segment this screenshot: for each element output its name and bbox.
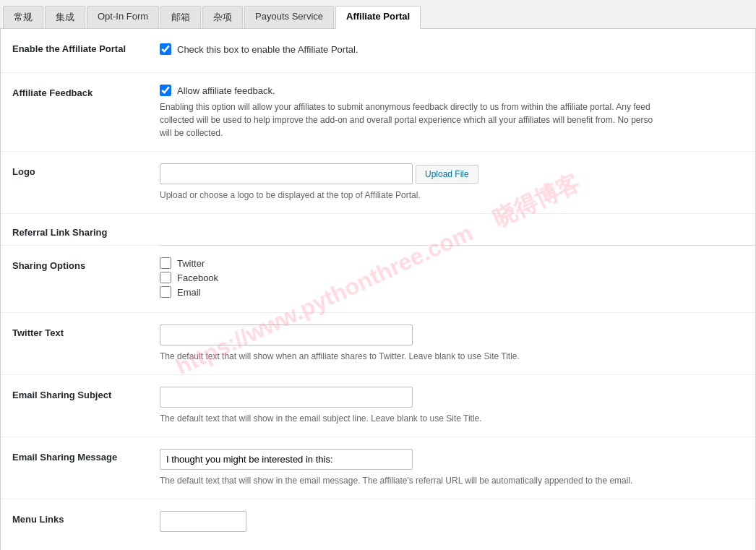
email-subject-field: The default text that will show in the e… [160, 375, 755, 437]
facebook-checkbox-row: Facebook [160, 272, 741, 283]
affiliate-feedback-field: Allow affiliate feedback. Enabling this … [160, 73, 755, 152]
email-message-description: The default text that will show in the e… [160, 474, 741, 487]
referral-link-sharing-row: Referral Link Sharing [1, 214, 755, 246]
upload-file-button[interactable]: Upload File [416, 165, 478, 184]
tab-misc[interactable]: 杂项 [202, 6, 243, 28]
email-message-row: Email Sharing Message I thought you migh… [1, 437, 755, 499]
referral-link-label: Referral Link Sharing [1, 214, 160, 246]
feedback-checkbox-row: Allow affiliate feedback. [160, 85, 741, 96]
logo-input-row: Upload File [160, 163, 741, 184]
tab-general[interactable]: 常规 [3, 6, 43, 28]
email-subject-row: Email Sharing Subject The default text t… [1, 375, 755, 437]
menu-links-row: Menu Links [1, 499, 755, 551]
affiliate-feedback-label: Affiliate Feedback [1, 73, 160, 152]
email-checkbox[interactable] [160, 286, 171, 298]
enable-affiliate-portal-row: Enable the Affiliate Portal Check this b… [1, 29, 755, 73]
email-message-input[interactable]: I thought you might be interested in thi… [160, 449, 413, 470]
page-wrapper: 常规 集成 Opt-In Form 邮箱 杂项 Payouts Service … [0, 0, 756, 550]
logo-label: Logo [1, 152, 160, 214]
enable-affiliate-portal-label: Enable the Affiliate Portal [1, 29, 160, 73]
sharing-options-field: Twitter Facebook Email [160, 246, 755, 313]
menu-links-input[interactable] [160, 511, 246, 532]
affiliate-feedback-checkbox[interactable] [160, 85, 171, 96]
logo-description: Upload or choose a logo to be displayed … [160, 189, 741, 202]
enable-checkbox-label: Check this box to enable the Affiliate P… [177, 44, 358, 55]
menu-links-field [160, 499, 755, 551]
twitter-text-field: The default text that will show when an … [160, 313, 755, 375]
twitter-text-label: Twitter Text [1, 313, 160, 375]
logo-field: Upload File Upload or choose a logo to b… [160, 152, 755, 214]
logo-row: Logo Upload File Upload or choose a logo… [1, 152, 755, 214]
email-label: Email [177, 287, 201, 298]
email-message-label: Email Sharing Message [1, 437, 160, 499]
tab-affiliate-portal[interactable]: Affiliate Portal [335, 6, 421, 29]
menu-links-label: Menu Links [1, 499, 160, 551]
tabs-bar: 常规 集成 Opt-In Form 邮箱 杂项 Payouts Service … [0, 0, 756, 29]
enable-affiliate-portal-field: Check this box to enable the Affiliate P… [160, 29, 755, 73]
enable-checkbox-row: Check this box to enable the Affiliate P… [160, 43, 741, 55]
twitter-text-description: The default text that will show when an … [160, 350, 741, 363]
facebook-label: Facebook [177, 272, 218, 283]
email-checkbox-row: Email [160, 286, 741, 298]
tab-payouts-service[interactable]: Payouts Service [244, 6, 334, 28]
email-message-field: I thought you might be interested in thi… [160, 437, 755, 499]
affiliate-feedback-row: Affiliate Feedback Allow affiliate feedb… [1, 73, 755, 152]
twitter-checkbox-row: Twitter [160, 257, 741, 269]
logo-input[interactable] [160, 163, 413, 184]
settings-table: Enable the Affiliate Portal Check this b… [1, 29, 755, 550]
tab-opt-in-form[interactable]: Opt-In Form [87, 6, 159, 28]
tab-email[interactable]: 邮箱 [160, 6, 201, 28]
email-subject-input[interactable] [160, 387, 413, 408]
facebook-checkbox[interactable] [160, 272, 171, 283]
referral-link-divider [160, 214, 755, 246]
twitter-label: Twitter [177, 258, 205, 269]
email-subject-description: The default text that will show in the e… [160, 412, 741, 425]
twitter-text-input[interactable] [160, 325, 413, 345]
sharing-options-row: Sharing Options Twitter Facebook Emai [1, 246, 755, 313]
twitter-text-row: Twitter Text The default text that will … [1, 313, 755, 375]
sharing-options-label: Sharing Options [1, 246, 160, 313]
tab-integration[interactable]: 集成 [45, 6, 85, 28]
enable-affiliate-portal-checkbox[interactable] [160, 43, 171, 55]
content-area: Enable the Affiliate Portal Check this b… [0, 29, 756, 550]
affiliate-feedback-description: Enabling this option will allow your aff… [160, 100, 666, 139]
twitter-checkbox[interactable] [160, 257, 171, 269]
email-subject-label: Email Sharing Subject [1, 375, 160, 437]
feedback-checkbox-label: Allow affiliate feedback. [177, 85, 275, 96]
